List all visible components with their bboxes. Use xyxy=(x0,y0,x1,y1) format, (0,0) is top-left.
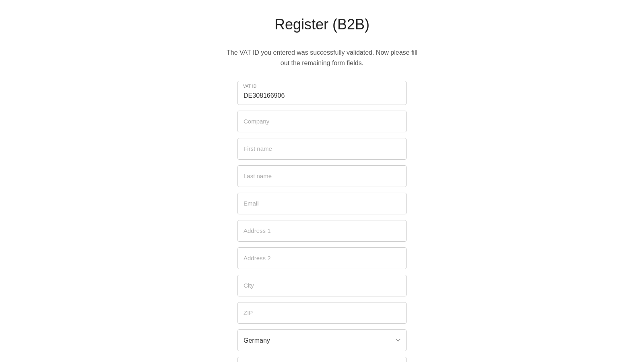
address2-input[interactable] xyxy=(237,247,407,269)
address2-field-group xyxy=(237,247,407,269)
email-input[interactable] xyxy=(237,193,407,214)
city-field-group xyxy=(237,275,407,296)
phone-field-group xyxy=(237,357,407,362)
first-name-field-group xyxy=(237,138,407,160)
vat-id-field-group: VAT ID xyxy=(237,81,407,105)
company-field-group xyxy=(237,111,407,132)
registration-form: VAT ID xyxy=(237,81,407,362)
address1-field-group xyxy=(237,220,407,242)
page-title: Register (B2B) xyxy=(275,16,369,33)
zip-field-group xyxy=(237,302,407,324)
city-input[interactable] xyxy=(237,275,407,296)
last-name-field-group xyxy=(237,165,407,187)
zip-input[interactable] xyxy=(237,302,407,324)
address1-input[interactable] xyxy=(237,220,407,242)
first-name-input[interactable] xyxy=(237,138,407,160)
page-container: Register (B2B) The VAT ID you entered wa… xyxy=(0,0,644,362)
phone-input[interactable] xyxy=(237,357,407,362)
vat-id-input[interactable] xyxy=(237,81,407,105)
country-select[interactable]: Germany Austria Switzerland France Unite… xyxy=(237,329,407,351)
subtitle-text: The VAT ID you entered was successfully … xyxy=(221,47,423,68)
country-field-group: Germany Austria Switzerland France Unite… xyxy=(237,329,407,351)
company-input[interactable] xyxy=(237,111,407,132)
last-name-input[interactable] xyxy=(237,165,407,187)
email-field-group xyxy=(237,193,407,214)
